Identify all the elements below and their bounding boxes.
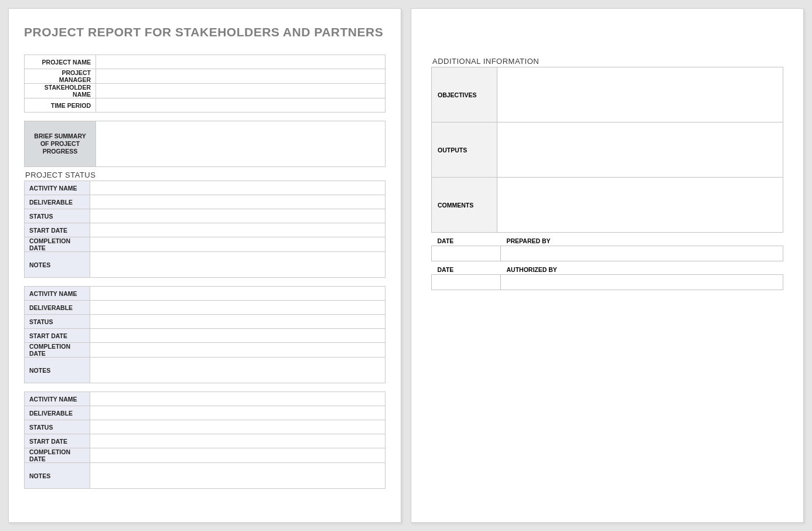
deliverable-label: DELIVERABLE <box>25 406 90 420</box>
project-name-field[interactable] <box>96 55 385 69</box>
stakeholder-name-field[interactable] <box>96 84 385 98</box>
project-manager-label: PROJECT MANAGER <box>25 69 96 84</box>
completion-date-field[interactable] <box>90 237 385 252</box>
outputs-field[interactable] <box>497 122 783 178</box>
summary-field[interactable] <box>96 121 385 167</box>
activity-name-label: ACTIVITY NAME <box>25 287 90 301</box>
status-label: STATUS <box>25 209 90 223</box>
notes-label: NOTES <box>25 358 90 383</box>
deliverable-label: DELIVERABLE <box>25 195 90 209</box>
start-date-label: START DATE <box>25 329 90 343</box>
project-name-label: PROJECT NAME <box>25 55 96 69</box>
status-field[interactable] <box>90 315 385 329</box>
completion-date-label: COMPLETION DATE <box>25 343 90 358</box>
start-date-field[interactable] <box>90 223 385 237</box>
prepared-by-field[interactable] <box>501 246 783 261</box>
start-date-field[interactable] <box>90 329 385 343</box>
objectives-field[interactable] <box>497 67 783 122</box>
activity-name-label: ACTIVITY NAME <box>25 392 90 406</box>
additional-info-table: OBJECTIVES OUTPUTS COMMENTS <box>431 67 783 233</box>
project-manager-field[interactable] <box>96 69 385 84</box>
page-title: PROJECT REPORT FOR STAKEHOLDERS AND PART… <box>24 25 385 39</box>
objectives-label: OBJECTIVES <box>432 67 497 122</box>
authorized-by-table: DATE AUTHORIZED BY <box>431 264 783 290</box>
status-label: STATUS <box>25 315 90 329</box>
page-right: ADDITIONAL INFORMATION OBJECTIVES OUTPUT… <box>411 8 804 523</box>
status-field[interactable] <box>90 420 385 434</box>
notes-field[interactable] <box>90 463 385 489</box>
activity-name-label: ACTIVITY NAME <box>25 181 90 195</box>
authorized-by-field[interactable] <box>501 275 783 290</box>
date-label: DATE <box>432 235 501 246</box>
notes-field[interactable] <box>90 358 385 383</box>
comments-field[interactable] <box>497 178 783 233</box>
notes-label: NOTES <box>25 463 90 489</box>
header-table: PROJECT NAME PROJECT MANAGER STAKEHOLDER… <box>24 55 385 113</box>
deliverable-field[interactable] <box>90 301 385 315</box>
deliverable-label: DELIVERABLE <box>25 301 90 315</box>
stakeholder-name-label: STAKEHOLDER NAME <box>25 84 96 98</box>
project-status-heading: PROJECT STATUS <box>25 171 385 179</box>
comments-label: COMMENTS <box>432 178 497 233</box>
activity-name-field[interactable] <box>90 181 385 195</box>
start-date-label: START DATE <box>25 434 90 448</box>
deliverable-field[interactable] <box>90 406 385 420</box>
authorized-by-label: AUTHORIZED BY <box>501 264 783 275</box>
outputs-label: OUTPUTS <box>432 122 497 178</box>
additional-info-heading: ADDITIONAL INFORMATION <box>432 57 783 66</box>
page-left: PROJECT REPORT FOR STAKEHOLDERS AND PART… <box>8 8 401 523</box>
prepared-by-label: PREPARED BY <box>501 235 783 246</box>
notes-field[interactable] <box>90 252 385 278</box>
activity-block: ACTIVITY NAME DELIVERABLE STATUS START D… <box>24 392 385 489</box>
activity-block: ACTIVITY NAME DELIVERABLE STATUS START D… <box>24 286 385 383</box>
completion-date-field[interactable] <box>90 448 385 463</box>
status-field[interactable] <box>90 209 385 223</box>
time-period-label: TIME PERIOD <box>25 98 96 113</box>
activity-name-field[interactable] <box>90 392 385 406</box>
completion-date-field[interactable] <box>90 343 385 358</box>
start-date-label: START DATE <box>25 223 90 237</box>
date-label: DATE <box>432 264 501 275</box>
prepared-date-field[interactable] <box>432 246 501 261</box>
notes-label: NOTES <box>25 252 90 278</box>
activity-block: ACTIVITY NAME DELIVERABLE STATUS START D… <box>24 181 385 278</box>
time-period-field[interactable] <box>96 98 385 113</box>
authorized-date-field[interactable] <box>432 275 501 290</box>
summary-label: BRIEF SUMMARY OF PROJECT PROGRESS <box>25 121 96 167</box>
completion-date-label: COMPLETION DATE <box>25 237 90 252</box>
start-date-field[interactable] <box>90 434 385 448</box>
prepared-by-table: DATE PREPARED BY <box>431 235 783 261</box>
completion-date-label: COMPLETION DATE <box>25 448 90 463</box>
status-label: STATUS <box>25 420 90 434</box>
activity-name-field[interactable] <box>90 287 385 301</box>
deliverable-field[interactable] <box>90 195 385 209</box>
summary-table: BRIEF SUMMARY OF PROJECT PROGRESS <box>24 121 385 167</box>
